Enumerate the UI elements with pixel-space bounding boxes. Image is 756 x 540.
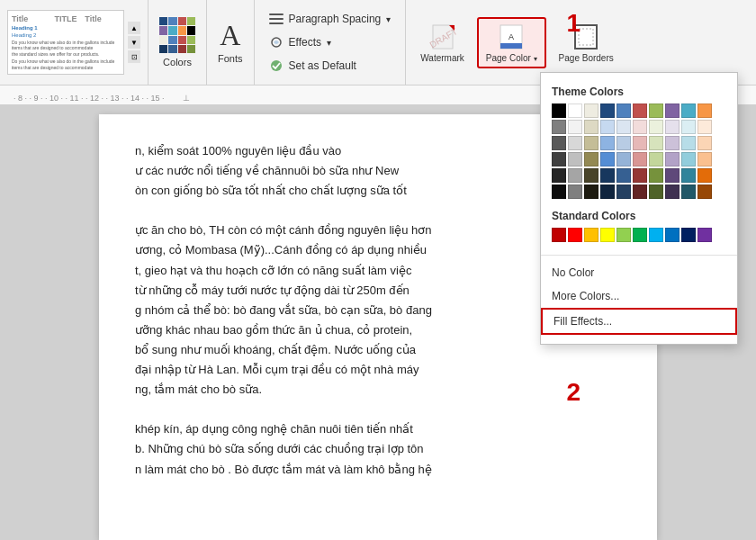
theme-color-cell[interactable]: [616, 136, 631, 150]
fonts-label: Fonts: [218, 53, 243, 64]
theme-color-row: [552, 168, 726, 183]
set-as-default-label: Set as Default: [289, 59, 356, 72]
theme-color-cell[interactable]: [600, 104, 615, 118]
theme-color-cell[interactable]: [616, 184, 631, 199]
theme-color-cell[interactable]: [665, 136, 680, 150]
theme-color-cell[interactable]: [552, 104, 566, 118]
page-borders-button[interactable]: Page Borders: [552, 19, 621, 67]
theme-color-cell[interactable]: [584, 120, 598, 134]
fonts-section[interactable]: A Fonts: [207, 0, 255, 85]
theme-color-cell[interactable]: [584, 184, 598, 199]
standard-colors-title: Standard Colors: [541, 206, 737, 228]
theme-color-cell[interactable]: [616, 104, 631, 118]
theme-color-cell[interactable]: [698, 120, 712, 134]
theme-color-cell[interactable]: [665, 184, 680, 199]
theme-color-cell[interactable]: [681, 136, 696, 150]
theme-color-cell[interactable]: [584, 104, 598, 118]
theme-color-cell[interactable]: [649, 104, 663, 118]
theme-color-cell[interactable]: [681, 120, 696, 134]
theme-color-cell[interactable]: [649, 136, 663, 150]
theme-color-cell[interactable]: [633, 104, 647, 118]
standard-color-cell[interactable]: [633, 228, 647, 242]
check-icon: [269, 58, 284, 73]
theme-color-cell[interactable]: [568, 152, 582, 166]
standard-color-cell[interactable]: [584, 228, 598, 242]
theme-color-cell[interactable]: [584, 168, 598, 183]
theme-color-cell[interactable]: [681, 152, 696, 166]
theme-color-cell[interactable]: [681, 184, 696, 199]
theme-color-cell[interactable]: [649, 168, 663, 183]
standard-color-cell[interactable]: [616, 228, 631, 242]
theme-color-cell[interactable]: [698, 152, 712, 166]
theme-color-cell[interactable]: [600, 120, 615, 134]
no-color-label: No Color: [552, 266, 594, 279]
divider-1: [541, 255, 737, 256]
theme-color-cell[interactable]: [568, 168, 582, 183]
colors-label: Colors: [163, 57, 192, 68]
svg-text:A: A: [508, 32, 514, 41]
theme-color-cell[interactable]: [600, 168, 615, 183]
theme-color-cell[interactable]: [633, 152, 647, 166]
page-color-button[interactable]: A Page Color ▾: [477, 17, 546, 68]
theme-color-cell[interactable]: [600, 136, 615, 150]
theme-color-cell[interactable]: [633, 136, 647, 150]
theme-color-cell[interactable]: [633, 120, 647, 134]
theme-color-cell[interactable]: [600, 152, 615, 166]
standard-color-cell[interactable]: [600, 228, 615, 242]
fonts-icon: A: [220, 21, 240, 50]
theme-color-cell[interactable]: [552, 168, 566, 183]
colors-section[interactable]: Colors: [148, 0, 207, 85]
theme-color-cell[interactable]: [698, 168, 712, 183]
watermark-button[interactable]: DRAFT Watermark: [413, 19, 472, 67]
more-colors-item[interactable]: More Colors...: [541, 284, 737, 308]
theme-color-cell[interactable]: [552, 136, 566, 150]
effects-button[interactable]: Effects ▾: [266, 33, 395, 51]
set-as-default-button[interactable]: Set as Default: [266, 57, 395, 75]
theme-color-cell[interactable]: [665, 152, 680, 166]
theme-color-cell[interactable]: [633, 184, 647, 199]
theme-color-cell[interactable]: [552, 152, 566, 166]
watermark-icon: DRAFT: [428, 22, 457, 51]
paragraph-section: Paragraph Spacing ▾ Effects ▾ Set as Def…: [255, 0, 407, 85]
theme-color-row: [552, 104, 726, 118]
page-color-chevron: ▾: [534, 55, 537, 63]
standard-color-cell[interactable]: [698, 228, 712, 242]
colors-button[interactable]: [159, 17, 195, 53]
theme-color-cell[interactable]: [649, 120, 663, 134]
theme-color-cell[interactable]: [681, 104, 696, 118]
theme-color-cell[interactable]: [649, 184, 663, 199]
theme-color-cell[interactable]: [616, 120, 631, 134]
standard-color-cell[interactable]: [649, 228, 663, 242]
watermark-label: Watermark: [420, 53, 464, 63]
theme-color-cell[interactable]: [665, 120, 680, 134]
theme-color-cell[interactable]: [616, 168, 631, 183]
paragraph-spacing-button[interactable]: Paragraph Spacing ▾: [266, 10, 395, 28]
no-color-item[interactable]: No Color: [541, 261, 737, 284]
theme-color-cell[interactable]: [568, 120, 582, 134]
theme-color-cell[interactable]: [584, 152, 598, 166]
theme-color-cell[interactable]: [584, 136, 598, 150]
theme-color-cell[interactable]: [633, 168, 647, 183]
theme-color-cell[interactable]: [568, 104, 582, 118]
theme-color-cell[interactable]: [552, 184, 566, 199]
standard-color-cell[interactable]: [681, 228, 696, 242]
theme-color-cell[interactable]: [568, 136, 582, 150]
fill-effects-item[interactable]: Fill Effects...: [541, 308, 737, 335]
theme-color-cell[interactable]: [568, 184, 582, 199]
number-label-2: 2: [566, 378, 580, 407]
theme-color-cell[interactable]: [681, 168, 696, 183]
theme-color-row: [552, 184, 726, 199]
standard-color-cell[interactable]: [552, 228, 566, 242]
theme-color-cell[interactable]: [698, 136, 712, 150]
theme-color-cell[interactable]: [698, 184, 712, 199]
theme-color-cell[interactable]: [665, 104, 680, 118]
theme-color-cell[interactable]: [552, 120, 566, 134]
theme-color-row: [552, 120, 726, 134]
theme-color-cell[interactable]: [649, 152, 663, 166]
standard-color-cell[interactable]: [568, 228, 582, 242]
theme-color-cell[interactable]: [698, 104, 712, 118]
theme-color-cell[interactable]: [616, 152, 631, 166]
standard-color-cell[interactable]: [665, 228, 680, 242]
theme-color-cell[interactable]: [600, 184, 615, 199]
theme-color-cell[interactable]: [665, 168, 680, 183]
